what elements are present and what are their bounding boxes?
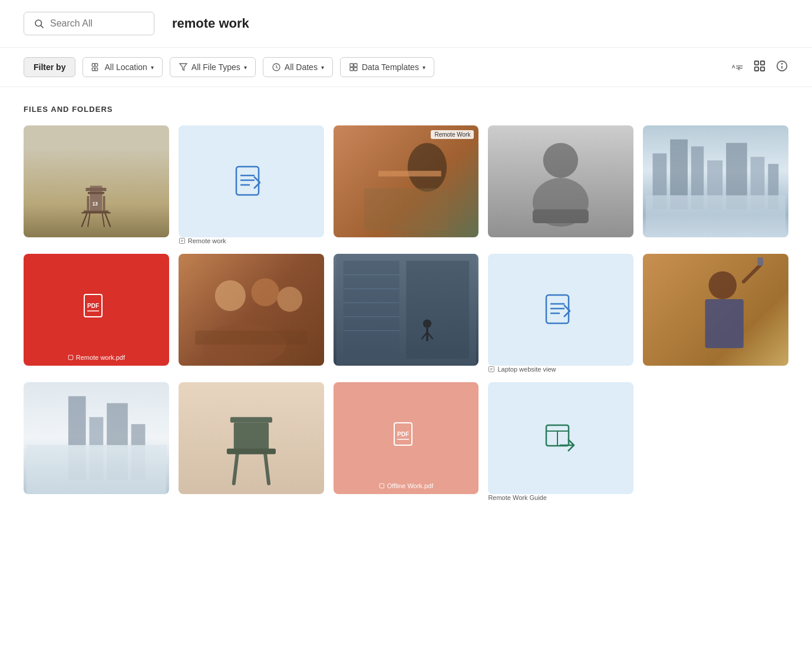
list-item[interactable] bbox=[643, 254, 788, 373]
svg-rect-39 bbox=[179, 238, 184, 243]
search-query: remote work bbox=[172, 16, 249, 31]
list-item[interactable]: 13 bbox=[24, 125, 169, 244]
svg-point-61 bbox=[214, 280, 245, 311]
info-button[interactable] bbox=[775, 59, 788, 75]
svg-rect-102 bbox=[379, 483, 384, 488]
svg-rect-9 bbox=[354, 64, 357, 67]
svg-line-96 bbox=[234, 454, 237, 483]
svg-rect-48 bbox=[533, 209, 589, 223]
location-icon bbox=[91, 62, 101, 72]
clock-icon bbox=[272, 62, 281, 72]
list-item[interactable] bbox=[643, 125, 788, 244]
dates-label: All Dates bbox=[285, 62, 318, 72]
header: remote work bbox=[0, 0, 812, 48]
svg-point-74 bbox=[422, 319, 431, 327]
pdf-label: Offline Work.pdf bbox=[334, 482, 479, 489]
files-grid: 13 Remote work bbox=[24, 125, 788, 501]
svg-line-87 bbox=[744, 264, 761, 282]
main-content: FILES AND FOLDERS 13 bbox=[0, 87, 812, 519]
list-item[interactable]: Remote Work Guide bbox=[488, 382, 633, 501]
svg-rect-17 bbox=[761, 61, 764, 65]
list-item[interactable] bbox=[179, 254, 324, 373]
svg-rect-93 bbox=[27, 445, 166, 493]
svg-rect-3 bbox=[95, 64, 98, 67]
templates-filter[interactable]: Data Templates ▾ bbox=[340, 57, 434, 77]
list-item[interactable]: PDF Offline Work.pdf bbox=[334, 382, 479, 501]
dates-chevron: ▾ bbox=[321, 64, 324, 71]
svg-rect-45 bbox=[378, 171, 441, 176]
file-types-filter[interactable]: All File Types ▾ bbox=[170, 57, 256, 77]
list-item[interactable] bbox=[24, 382, 169, 501]
templates-chevron: ▾ bbox=[422, 64, 425, 71]
section-title: FILES AND FOLDERS bbox=[24, 105, 788, 114]
svg-rect-19 bbox=[761, 67, 764, 71]
location-filter[interactable]: All Location ▾ bbox=[82, 57, 162, 77]
list-item[interactable] bbox=[488, 125, 633, 244]
location-label: All Location bbox=[104, 62, 147, 72]
search-icon bbox=[34, 18, 44, 29]
svg-point-46 bbox=[543, 143, 578, 178]
filter-by-button[interactable]: Filter by bbox=[24, 57, 75, 77]
svg-rect-88 bbox=[758, 257, 763, 266]
search-input[interactable] bbox=[50, 18, 144, 29]
svg-rect-8 bbox=[350, 64, 353, 67]
svg-marker-6 bbox=[180, 64, 187, 70]
svg-rect-60 bbox=[68, 355, 73, 360]
templates-icon bbox=[349, 62, 358, 72]
svg-rect-94 bbox=[230, 417, 272, 422]
list-item[interactable] bbox=[334, 254, 479, 373]
svg-rect-56 bbox=[646, 196, 785, 237]
svg-rect-2 bbox=[93, 64, 95, 67]
svg-text:PDF: PDF bbox=[87, 303, 99, 309]
file-types-chevron: ▾ bbox=[244, 64, 247, 71]
svg-line-97 bbox=[265, 454, 269, 483]
list-item[interactable]: Remote work bbox=[179, 125, 324, 244]
svg-text:A: A bbox=[732, 64, 735, 69]
svg-rect-43 bbox=[364, 188, 448, 230]
pdf-label: Remote work.pdf bbox=[24, 354, 169, 361]
file-name-label: Remote Work Guide bbox=[488, 494, 633, 501]
svg-rect-67 bbox=[343, 261, 399, 359]
pdf-icon: PDF bbox=[81, 293, 111, 326]
svg-rect-24 bbox=[86, 188, 107, 191]
search-box[interactable] bbox=[24, 12, 154, 35]
file-types-label: All File Types bbox=[192, 62, 240, 72]
svg-rect-28 bbox=[84, 210, 108, 212]
svg-rect-65 bbox=[195, 330, 307, 344]
svg-point-42 bbox=[407, 143, 446, 192]
filter-bar: Filter by All Location ▾ All File Types … bbox=[0, 48, 812, 87]
list-item[interactable]: PDF Remote work.pdf bbox=[24, 254, 169, 373]
svg-line-1 bbox=[41, 25, 43, 28]
svg-rect-11 bbox=[354, 68, 357, 71]
templates-label: Data Templates bbox=[362, 62, 419, 72]
laptop-document-icon bbox=[543, 292, 579, 327]
location-chevron: ▾ bbox=[151, 64, 154, 71]
svg-rect-18 bbox=[755, 67, 758, 71]
svg-point-0 bbox=[35, 20, 42, 26]
list-item[interactable]: Laptop website view bbox=[488, 254, 633, 373]
file-name-label: Remote work bbox=[179, 237, 324, 244]
svg-rect-27 bbox=[103, 196, 105, 211]
svg-rect-98 bbox=[227, 448, 276, 453]
svg-line-30 bbox=[82, 213, 87, 227]
svg-text:13: 13 bbox=[93, 201, 98, 207]
svg-rect-25 bbox=[88, 192, 104, 194]
svg-text:Z: Z bbox=[738, 67, 740, 71]
svg-rect-26 bbox=[87, 196, 90, 211]
svg-rect-82 bbox=[489, 366, 494, 372]
filter-icon bbox=[179, 62, 188, 72]
svg-rect-86 bbox=[705, 299, 744, 348]
svg-point-62 bbox=[251, 278, 279, 306]
sort-az-button[interactable]: A Z bbox=[731, 59, 744, 75]
grid-view-button[interactable] bbox=[753, 59, 766, 75]
svg-rect-68 bbox=[406, 261, 469, 359]
file-name-label: Laptop website view bbox=[488, 366, 633, 373]
remote-guide-icon bbox=[543, 420, 579, 456]
dates-filter[interactable]: All Dates ▾ bbox=[263, 57, 333, 77]
svg-point-85 bbox=[709, 271, 737, 299]
svg-rect-16 bbox=[755, 61, 758, 65]
list-item[interactable] bbox=[179, 382, 324, 501]
svg-line-31 bbox=[105, 213, 111, 227]
svg-line-32 bbox=[88, 213, 90, 227]
list-item[interactable]: Remote Work bbox=[334, 125, 479, 244]
